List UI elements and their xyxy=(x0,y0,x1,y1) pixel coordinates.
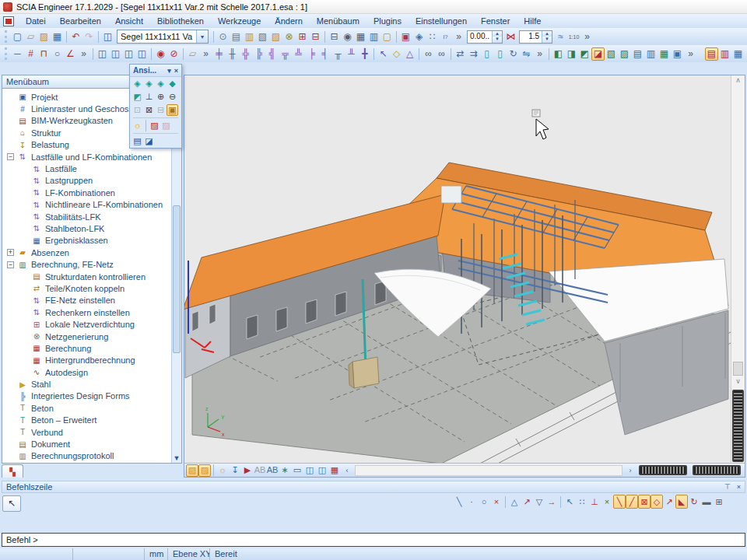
paste-member-icon[interactable]: ▯ xyxy=(480,47,493,61)
overflow-icon[interactable]: » xyxy=(684,47,697,61)
iso-view-1-icon[interactable]: ◈ xyxy=(132,78,143,89)
draw-grid-icon[interactable]: # xyxy=(24,47,37,61)
draw-line-icon[interactable]: ─ xyxy=(11,47,24,61)
tree-item-lastgruppen[interactable]: ⇅Lastgruppen xyxy=(2,175,181,187)
overflow-icon[interactable]: » xyxy=(533,47,546,61)
snap-endpoint-icon[interactable]: ╲ xyxy=(613,495,626,509)
angle-spinner[interactable]: 0.00.. ▲▼ xyxy=(467,30,503,44)
redo-icon[interactable]: ↷ xyxy=(82,30,96,44)
clipboard-icon[interactable]: ▨ xyxy=(269,30,282,44)
tree-item-lf-kombinationen[interactable]: ⇅LF-Kombinationen xyxy=(2,187,181,198)
menu-item-hilfe[interactable]: Hilfe xyxy=(517,15,548,27)
menu-item-bibliotheken[interactable]: Bibliotheken xyxy=(150,15,211,27)
rotate-member-icon[interactable]: ↻ xyxy=(507,47,520,61)
flag-display-icon[interactable]: ▶ xyxy=(241,464,254,477)
tree-item-ergebnisklassen[interactable]: ▦Ergebnisklassen xyxy=(2,235,181,247)
member-tool-2-icon[interactable]: ╫ xyxy=(226,47,239,61)
view-palette-titlebar[interactable]: Ansi... ▾ × xyxy=(130,65,181,77)
select-single-icon[interactable]: ↖ xyxy=(377,47,390,61)
snap-line-icon[interactable]: ╲ xyxy=(453,495,465,509)
iso-view-4-icon[interactable]: ◆ xyxy=(167,78,178,89)
select-lasso-icon[interactable]: ◇ xyxy=(390,47,403,61)
draw-angle-icon[interactable]: ∠ xyxy=(64,47,77,61)
zoom-all-icon[interactable]: ⊠ xyxy=(143,104,155,116)
spin-down-icon[interactable]: ▼ xyxy=(542,37,552,43)
scroll-up-icon[interactable]: ∧ xyxy=(731,76,745,84)
window-layout-icon[interactable]: ◫ xyxy=(101,30,114,44)
tree-item-rechenkern-einstellen[interactable]: ⇅Rechenkern einstellen xyxy=(2,306,181,318)
document-new-icon[interactable]: ▢ xyxy=(381,30,394,44)
viewport-vertical-scrollbar[interactable]: ∧ ∨ xyxy=(731,75,745,464)
clipping-box-icon[interactable]: ▣ xyxy=(167,104,178,116)
tree-item-fe-netz-einstellen[interactable]: ⇅FE-Netz einstellen xyxy=(2,295,181,306)
tree-item-stahl[interactable]: ▶Stahl xyxy=(2,378,181,390)
snap-midpoint-icon[interactable]: ╱ xyxy=(626,495,638,509)
search-binoculars-icon[interactable]: ∞ xyxy=(422,47,435,61)
dimension-tool-3-icon[interactable]: ▦ xyxy=(731,47,745,61)
menu-item-ändern[interactable]: Ändern xyxy=(268,15,309,27)
tree-item-hintergrundberechnung[interactable]: ▦Hintergrundberechnung xyxy=(2,355,181,366)
print-preview-icon[interactable]: ◉ xyxy=(341,30,354,44)
project-selector-combo[interactable]: Segel 11x11x11 Va ▾ xyxy=(117,30,209,44)
open-folder-icon[interactable]: ▱ xyxy=(24,30,37,44)
coordinates-info-icon[interactable]: ▤ xyxy=(132,135,143,147)
copy-window-2-icon[interactable]: ◫ xyxy=(109,47,122,61)
midpoint-cross-icon[interactable]: × xyxy=(601,495,613,509)
tree-item-strukturdaten-kontrollieren[interactable]: ▤Strukturdaten kontrollieren xyxy=(2,271,181,282)
chevron-down-icon[interactable]: ▾ xyxy=(167,67,171,75)
image-gallery-icon[interactable]: ▣ xyxy=(399,30,412,44)
tree-item-stabilitaets-lfk[interactable]: ⇅Stabilitäts-LFK xyxy=(2,211,181,222)
member-tool-6-icon[interactable]: ╦ xyxy=(279,47,292,61)
iso-view-3-icon[interactable]: ◈ xyxy=(155,78,167,89)
snap-card-icon[interactable]: ⊞ xyxy=(713,495,725,509)
snap-orthogonal-icon[interactable]: ◇ xyxy=(651,495,663,509)
dimension-tool-2-icon[interactable]: ▥ xyxy=(718,47,731,61)
overflow-icon[interactable]: » xyxy=(452,30,465,44)
model-3d-scene[interactable]: z Y x xyxy=(184,75,731,464)
draw-support-icon[interactable]: ⊓ xyxy=(37,47,51,61)
delete-fly-icon[interactable]: ⊘ xyxy=(167,47,181,61)
chevron-down-icon[interactable]: ▾ xyxy=(196,30,208,43)
snap-ruler-icon[interactable]: ▬ xyxy=(700,495,713,509)
menu-item-fenster[interactable]: Fenster xyxy=(474,15,517,27)
tree-item-autodesign[interactable]: ∿Autodesign xyxy=(2,366,181,378)
view-filter-10-icon[interactable]: ▣ xyxy=(671,47,684,61)
zoom-out-icon[interactable]: ⊖ xyxy=(167,91,178,103)
render-image-icon[interactable]: ▨ xyxy=(149,120,160,131)
tree-item-berechnungsprotokoll[interactable]: ▥Berechnungsprotokoll xyxy=(2,450,181,462)
snap-curve-icon[interactable]: → xyxy=(545,495,558,509)
iso-view-2-icon[interactable]: ◈ xyxy=(143,78,155,89)
dot-grid-icon[interactable]: ∷ xyxy=(576,495,588,509)
cursor-mode-icon[interactable]: ↖ xyxy=(5,497,19,510)
snap-circle-icon[interactable]: ○ xyxy=(478,495,490,509)
view-filter-1-icon[interactable]: ◧ xyxy=(552,47,565,61)
zoom-selection-icon[interactable]: ⊟ xyxy=(155,104,167,116)
tree-item-netzgenerierung[interactable]: ⊗Netzgenerierung xyxy=(2,331,181,342)
dimension-tool-1-icon[interactable]: ▤ xyxy=(705,47,718,61)
export-xml-icon[interactable]: ▧ xyxy=(256,30,269,44)
tree-scroll-down-icon[interactable]: ▼ xyxy=(172,454,181,462)
view-filter-4-icon[interactable]: ◪ xyxy=(591,47,605,61)
view-filter-5-icon[interactable]: ▧ xyxy=(605,47,618,61)
tree-item-stahlbeton-lfk[interactable]: ⇅Stahlbeton-LFK xyxy=(2,222,181,234)
calculator-icon[interactable]: ▦ xyxy=(354,30,367,44)
scia-logo-icon[interactable] xyxy=(3,16,14,26)
rotation-wheel-horizontal-2[interactable] xyxy=(693,465,741,475)
move-node-icon[interactable]: ⇄ xyxy=(454,47,467,61)
tree-item-lokale-netzverdichtung[interactable]: ⊞Lokale Netzverdichtung xyxy=(2,318,181,330)
tree-item-dokument[interactable]: ▤Dokument xyxy=(2,438,181,450)
model-viewport[interactable]: z Y x ∧ ∨ ▧▨☼↧▶ABAB∗▭◫◫▦ ‹ › xyxy=(184,75,745,478)
view-filter-2-icon[interactable]: ◨ xyxy=(565,47,578,61)
tree-scrollbar-thumb[interactable] xyxy=(173,205,181,353)
menu-item-menübaum[interactable]: Menübaum xyxy=(310,15,366,27)
scroll-left-icon[interactable]: ‹ xyxy=(342,467,352,474)
close-icon[interactable]: × xyxy=(737,483,741,491)
expand-icon[interactable]: + xyxy=(7,249,14,256)
menu-item-plugins[interactable]: Plugins xyxy=(366,15,409,27)
view-eye-icon[interactable]: ◉ xyxy=(154,47,167,61)
spin-up-icon[interactable]: ▲ xyxy=(493,31,502,37)
new-document-icon[interactable]: ▢ xyxy=(11,30,24,44)
copy-window-3-icon[interactable]: ◫ xyxy=(122,47,135,61)
spin-down-icon[interactable]: ▼ xyxy=(493,37,502,43)
project-links-icon[interactable]: ⊙ xyxy=(216,30,230,44)
